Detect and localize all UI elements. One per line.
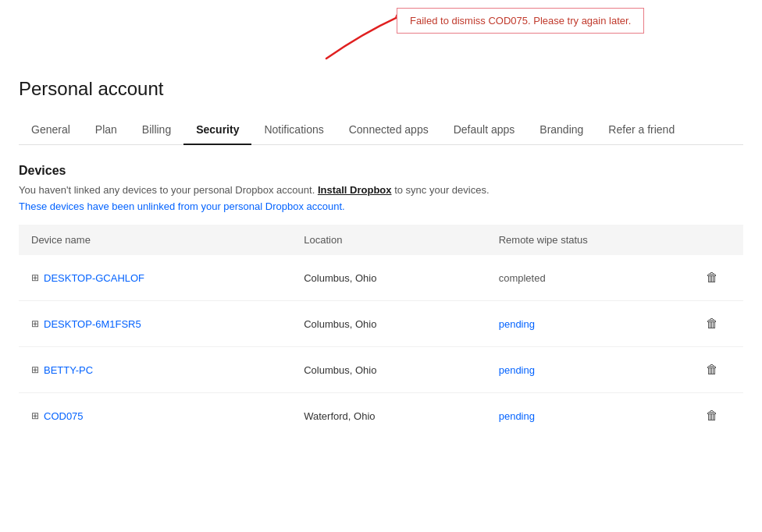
unlinked-notice: These devices have been unlinked from yo… — [19, 200, 743, 212]
table-header-row: Device name Location Remote wipe status — [19, 225, 743, 255]
device-actions-cell: 🗑 — [681, 301, 743, 347]
devices-table: Device name Location Remote wipe status … — [19, 225, 743, 438]
device-name-cell: ⊞ DESKTOP-6M1FSR5 — [19, 301, 291, 347]
error-banner: Failed to dismiss COD075. Please try aga… — [397, 8, 644, 34]
devices-desc-after: to sync your devices. — [394, 184, 489, 196]
install-dropbox-link[interactable]: Install Dropbox — [318, 184, 392, 196]
device-actions-cell: 🗑 — [681, 255, 743, 301]
delete-device-button[interactable]: 🗑 — [700, 360, 725, 380]
col-header-location: Location — [291, 225, 486, 255]
device-link[interactable]: BETTY-PC — [44, 364, 93, 376]
tab-plan[interactable]: Plan — [83, 115, 130, 145]
windows-icon: ⊞ — [31, 318, 39, 329]
table-row: ⊞ BETTY-PC Columbus, Ohio pending 🗑 — [19, 347, 743, 393]
tab-notifications[interactable]: Notifications — [251, 115, 336, 145]
tab-refer[interactable]: Refer a friend — [596, 115, 687, 145]
tab-connected-apps[interactable]: Connected apps — [336, 115, 441, 145]
device-link[interactable]: DESKTOP-GCAHLOF — [44, 272, 144, 284]
device-location: Columbus, Ohio — [291, 347, 486, 393]
tab-branding[interactable]: Branding — [527, 115, 596, 145]
error-message: Failed to dismiss COD075. Please try aga… — [410, 15, 631, 27]
col-header-actions — [681, 225, 743, 255]
col-header-remote-wipe: Remote wipe status — [486, 225, 681, 255]
tab-general[interactable]: General — [19, 115, 83, 145]
device-link[interactable]: DESKTOP-6M1FSR5 — [44, 318, 141, 330]
device-name-cell: ⊞ COD075 — [19, 393, 291, 439]
page-title: Personal account — [19, 62, 743, 100]
device-wipe-status: pending — [486, 393, 681, 439]
col-header-device-name: Device name — [19, 225, 291, 255]
delete-device-button[interactable]: 🗑 — [700, 314, 725, 334]
device-name-cell: ⊞ BETTY-PC — [19, 347, 291, 393]
windows-icon: ⊞ — [31, 272, 39, 283]
devices-desc-before: You haven't linked any devices to your p… — [19, 184, 315, 196]
tab-security[interactable]: Security — [183, 115, 251, 145]
device-wipe-status: pending — [486, 347, 681, 393]
devices-section-title: Devices — [19, 164, 743, 178]
tab-billing[interactable]: Billing — [130, 115, 183, 145]
device-link[interactable]: COD075 — [44, 410, 84, 422]
table-row: ⊞ DESKTOP-GCAHLOF Columbus, Ohio complet… — [19, 255, 743, 301]
devices-description: You haven't linked any devices to your p… — [19, 184, 743, 196]
devices-section: Devices You haven't linked any devices t… — [19, 164, 743, 438]
device-wipe-status: pending — [486, 301, 681, 347]
device-location: Columbus, Ohio — [291, 255, 486, 301]
windows-icon: ⊞ — [31, 364, 39, 375]
device-wipe-status: completed — [486, 255, 681, 301]
device-actions-cell: 🗑 — [681, 347, 743, 393]
device-actions-cell: 🗑 — [681, 393, 743, 439]
table-row: ⊞ COD075 Waterford, Ohio pending 🗑 — [19, 393, 743, 439]
tab-default-apps[interactable]: Default apps — [441, 115, 528, 145]
error-banner-area: Failed to dismiss COD075. Please try aga… — [0, 0, 762, 62]
device-location: Waterford, Ohio — [291, 393, 486, 439]
device-name-cell: ⊞ DESKTOP-GCAHLOF — [19, 255, 291, 301]
windows-icon: ⊞ — [31, 410, 39, 421]
device-location: Columbus, Ohio — [291, 301, 486, 347]
nav-tabs: General Plan Billing Security Notificati… — [19, 115, 743, 145]
table-row: ⊞ DESKTOP-6M1FSR5 Columbus, Ohio pending… — [19, 301, 743, 347]
delete-device-button[interactable]: 🗑 — [700, 406, 725, 426]
delete-device-button[interactable]: 🗑 — [700, 268, 725, 288]
